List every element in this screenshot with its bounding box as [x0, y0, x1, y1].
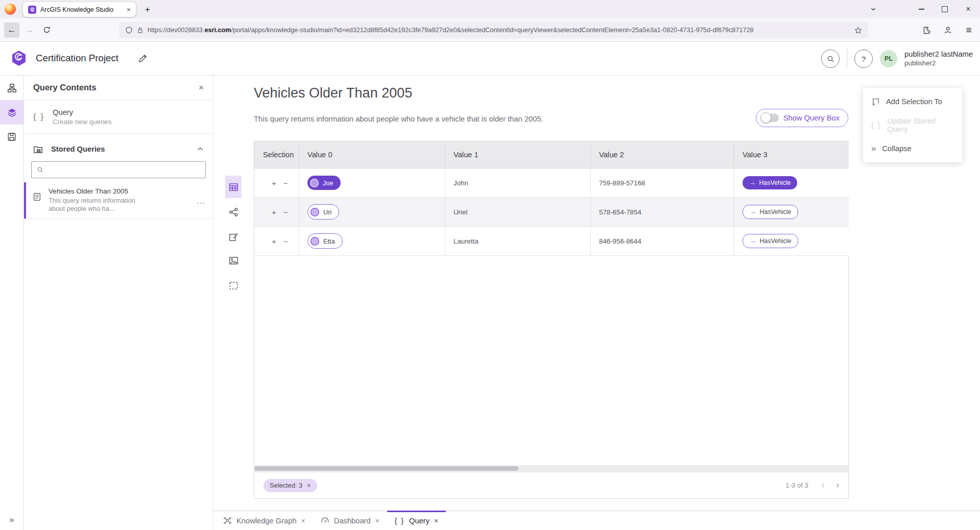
- help-icon[interactable]: ?: [854, 50, 873, 68]
- stored-queries-header[interactable]: Stored Queries: [24, 139, 213, 159]
- menu-item-update-stored-query[interactable]: { } Update Stored Query: [863, 113, 962, 137]
- avatar[interactable]: PL: [880, 50, 897, 67]
- tracking-shield-icon[interactable]: [125, 27, 133, 34]
- add-selection-icon: [871, 98, 880, 106]
- forward-button[interactable]: →: [21, 22, 37, 38]
- entity-pill[interactable]: Joe: [307, 176, 341, 190]
- cell-phone[interactable]: 759-889-57168: [591, 168, 734, 198]
- panel-close-icon[interactable]: ×: [199, 83, 204, 93]
- view-map-button[interactable]: [225, 249, 242, 272]
- list-all-tabs-icon[interactable]: [866, 0, 881, 18]
- entity-pill[interactable]: Uri: [307, 204, 339, 220]
- window-close-button[interactable]: ×: [957, 0, 980, 18]
- cell-phone[interactable]: 846-956-8644: [591, 227, 734, 256]
- toggle-knob: [760, 112, 771, 123]
- account-icon[interactable]: [941, 22, 955, 38]
- edit-title-pencil-icon[interactable]: [138, 54, 148, 63]
- column-header[interactable]: Value 0: [299, 141, 445, 168]
- back-button[interactable]: ←: [4, 22, 19, 38]
- browser-window: ArcGIS Knowledge Studio × + × ← → https:: [0, 0, 980, 530]
- horizontal-scrollbar[interactable]: [254, 465, 848, 472]
- chevrons-right-icon: »: [871, 143, 876, 154]
- view-chart-button[interactable]: [225, 225, 242, 248]
- table-header-row: Selection Value 0 Value 1 Value 2 Value …: [254, 141, 848, 168]
- remove-from-selection-icon[interactable]: −: [283, 237, 288, 246]
- show-query-box-toggle[interactable]: Show Query Box: [756, 109, 848, 127]
- entity-pill[interactable]: Etta: [307, 233, 343, 249]
- bookmark-star-icon[interactable]: [854, 27, 862, 34]
- clear-selection-icon[interactable]: ×: [307, 481, 311, 489]
- column-header[interactable]: Value 2: [591, 141, 734, 168]
- relationship-pill[interactable]: →HasVehicle: [743, 234, 798, 248]
- tab-query[interactable]: { } Query ×: [387, 511, 446, 530]
- browser-tab[interactable]: ArcGIS Knowledge Studio ×: [23, 2, 136, 17]
- save-icon: [7, 132, 16, 141]
- extensions-icon[interactable]: [920, 22, 934, 38]
- search-icon[interactable]: [821, 50, 840, 68]
- cell-name[interactable]: Uriel: [445, 198, 591, 227]
- add-to-selection-icon[interactable]: +: [272, 208, 276, 216]
- column-header[interactable]: Value 1: [445, 141, 591, 168]
- add-to-selection-icon[interactable]: +: [272, 179, 276, 187]
- window-maximize-button[interactable]: [933, 0, 957, 18]
- url-bar[interactable]: https://dev0028833.esri.com/portal/apps/…: [119, 22, 868, 38]
- firefox-icon[interactable]: [5, 4, 16, 15]
- url-text[interactable]: https://dev0028833.esri.com/portal/apps/…: [148, 27, 850, 34]
- new-tab-button[interactable]: +: [141, 3, 154, 16]
- results-table-card: Selection Value 0 Value 1 Value 2 Value …: [254, 141, 849, 499]
- scrollbar-thumb[interactable]: [254, 466, 518, 471]
- tab-close-icon[interactable]: ×: [375, 517, 379, 525]
- view-link-chart-button[interactable]: [225, 201, 242, 223]
- tab-close-icon[interactable]: ×: [434, 517, 438, 525]
- layers-icon: [7, 108, 17, 117]
- rail-item-save[interactable]: [0, 125, 23, 149]
- remove-from-selection-icon[interactable]: −: [283, 179, 288, 187]
- selection-tools-button[interactable]: [225, 274, 242, 297]
- relationship-pill[interactable]: →HasVehicle: [743, 176, 797, 189]
- tab-close-icon[interactable]: ×: [301, 517, 305, 525]
- remove-from-selection-icon[interactable]: −: [283, 208, 288, 216]
- stored-queries-search-input[interactable]: [31, 161, 206, 178]
- toggle-switch[interactable]: [761, 114, 779, 122]
- stored-query-description: This query returns information about peo…: [49, 197, 136, 213]
- stored-query-item[interactable]: Vehicles Older Than 2005 This query retu…: [24, 182, 213, 219]
- pagination-range: 1-3 of 3: [785, 481, 808, 489]
- item-options-ellipsis-icon[interactable]: ···: [197, 198, 206, 214]
- window-minimize-button[interactable]: [910, 0, 933, 18]
- tab-dashboard[interactable]: Dashboard ×: [313, 511, 387, 530]
- lock-icon[interactable]: [137, 27, 144, 34]
- menu-item-collapse[interactable]: » Collapse: [863, 137, 962, 160]
- column-header[interactable]: Value 3: [734, 141, 849, 168]
- menu-hamburger-icon[interactable]: ≡: [962, 22, 976, 38]
- new-query-item[interactable]: { } Query Create new queries: [24, 100, 213, 134]
- cell-name[interactable]: John: [445, 168, 591, 198]
- relationship-pill[interactable]: →HasVehicle: [743, 205, 798, 219]
- folder-icon: [33, 144, 43, 154]
- entity-dot-icon: [310, 237, 319, 246]
- bottom-tab-bar: Knowledge Graph × Dashboard × { } Query …: [213, 511, 980, 530]
- page-next-icon[interactable]: [834, 482, 841, 489]
- tab-close-icon[interactable]: ×: [127, 6, 131, 14]
- braces-icon: { }: [33, 112, 44, 122]
- browser-navbar: ← → https://dev0028833.esri.com/portal/a…: [0, 18, 980, 42]
- page-previous-icon[interactable]: [820, 482, 827, 489]
- add-to-selection-icon[interactable]: +: [272, 237, 276, 246]
- expand-rail-chevrons-icon[interactable]: »: [0, 511, 23, 529]
- rail-item-contents[interactable]: [0, 100, 23, 125]
- user-info[interactable]: publisher2 lastName publisher2: [904, 50, 973, 67]
- tab-label: Knowledge Graph: [236, 517, 297, 525]
- cell-name[interactable]: Lauretta: [445, 227, 591, 256]
- chevron-up-icon[interactable]: [197, 146, 204, 153]
- column-header[interactable]: Selection: [254, 141, 299, 168]
- selected-count-label: Selected: 3: [270, 481, 302, 489]
- view-table-button[interactable]: [225, 176, 242, 198]
- rail-item-data-model[interactable]: [0, 76, 23, 100]
- cell-phone[interactable]: 578-654-7854: [591, 198, 734, 227]
- reload-icon[interactable]: [39, 22, 54, 38]
- link-chart-icon: [229, 207, 238, 217]
- selected-count-chip[interactable]: Selected: 3 ×: [264, 479, 317, 492]
- image-map-icon: [229, 256, 238, 266]
- tab-knowledge-graph[interactable]: Knowledge Graph ×: [216, 511, 313, 530]
- show-query-box-label: Show Query Box: [783, 114, 840, 122]
- menu-item-add-selection-to[interactable]: Add Selection To: [863, 90, 962, 113]
